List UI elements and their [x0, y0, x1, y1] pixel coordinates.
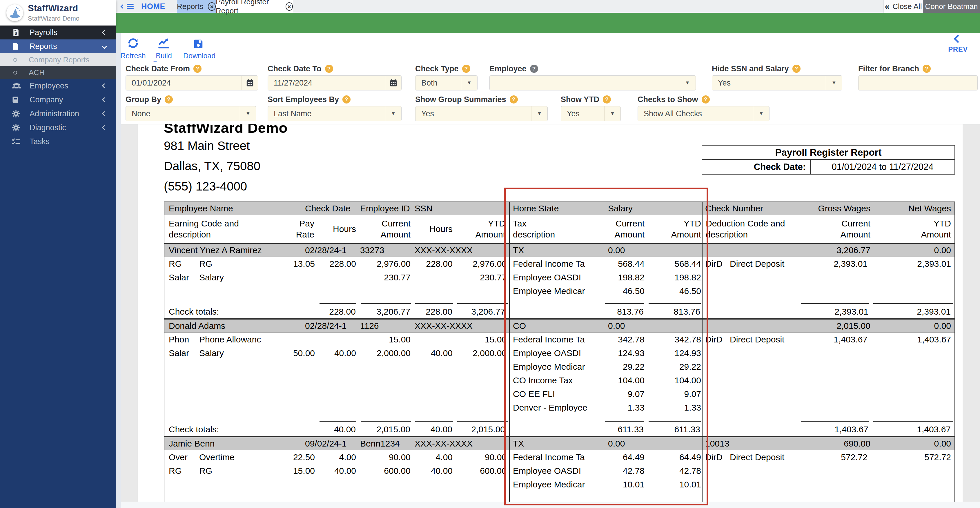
close-icon[interactable]: × — [286, 2, 293, 11]
sidebar-item-reports[interactable]: Reports — [0, 40, 116, 53]
chevron-left-icon — [102, 97, 107, 102]
table-cell: 02/28/24-1 — [305, 321, 360, 331]
sidebar-item-tasks[interactable]: Tasks — [0, 135, 116, 148]
help-icon[interactable]: ? — [510, 96, 518, 104]
close-icon[interactable]: × — [208, 2, 216, 11]
table-cell: 1126 — [360, 321, 415, 331]
help-icon[interactable]: ? — [193, 65, 202, 73]
help-icon[interactable]: ? — [165, 96, 173, 104]
dropdown-caret-icon: ▼ — [826, 76, 842, 90]
table-cell: Employee Medicar — [509, 286, 602, 296]
help-icon[interactable]: ? — [530, 65, 538, 73]
sidebar-item-label: Tasks — [30, 137, 49, 146]
table-cell: Deduction Code anddescription — [702, 218, 798, 240]
gear-icon — [11, 123, 23, 132]
filter-branch: Filter for Branch? — [858, 64, 978, 91]
employee-header-row: Vincent Ynez A Ramirez02/28/24-133273XXX… — [164, 244, 955, 257]
table-cell: 0.00 — [605, 439, 702, 449]
tab-payroll-register-report[interactable]: Payroll Register Report × — [216, 0, 293, 13]
svg-text:$: $ — [15, 31, 17, 36]
sidebar-item-diagnostic[interactable]: Diagnostic — [0, 121, 116, 135]
tax-row: Federal Income Ta568.44568.44 — [509, 257, 702, 271]
chevron-left-icon — [121, 4, 125, 9]
table-group: OverOvertime22.504.0090.004.0090.00RGRG1… — [164, 450, 509, 478]
help-icon[interactable]: ? — [702, 96, 710, 104]
user-menu-button[interactable]: Conor Boatman — [923, 0, 980, 13]
check-date-to-input[interactable]: 11/27/2024 — [267, 75, 402, 91]
tax-row: Employee Medicar46.5046.50 — [509, 284, 702, 298]
sidebar-item-administration[interactable]: Administration — [0, 107, 116, 121]
help-icon[interactable]: ? — [325, 65, 333, 73]
employee-detail-body: RGRG13.05228.002,976.00228.002,976.00Sal… — [164, 257, 955, 303]
table-cell: Taxdescription — [509, 218, 602, 240]
help-icon[interactable]: ? — [342, 96, 350, 104]
hide-ssn-select[interactable]: Yes▼ — [712, 75, 842, 91]
branch-input[interactable] — [858, 75, 978, 91]
sidebar-item-employees[interactable]: Employees — [0, 79, 116, 93]
employee-detail-body: PhonPhone Allowanc15.0015.00SalarSalary5… — [164, 333, 955, 421]
table-cell: Salar — [164, 348, 199, 358]
sort-employees-select[interactable]: Last Name▼ — [267, 106, 402, 121]
table-cell: 611.33 — [605, 421, 644, 434]
checks-to-show-select[interactable]: Show All Checks▼ — [638, 106, 770, 121]
table-group: DirDDirect Deposit572.72572.72 — [702, 450, 955, 464]
check-type-select[interactable]: Both▼ — [415, 75, 477, 91]
vertical-scrollbar[interactable] — [116, 33, 121, 508]
table-cell: Home State — [509, 204, 605, 213]
table-cell: 2,393.01 — [867, 259, 955, 269]
table-group-divider — [702, 202, 703, 502]
table-cell: 9.07 — [602, 389, 646, 399]
filter-group-summaries: Show Group Summaries? Yes▼ — [415, 95, 548, 121]
table-cell: CurrentAmount — [602, 218, 646, 240]
table-cell: 0.00 — [901, 439, 955, 449]
prev-page-button[interactable]: PREV — [944, 36, 972, 53]
table-cell: 15.00 — [454, 334, 509, 344]
calendar-icon[interactable] — [385, 76, 401, 90]
calendar-icon[interactable] — [242, 76, 258, 90]
employee-select[interactable]: ▼ — [489, 75, 696, 91]
filter-label: Check Date From — [126, 64, 190, 73]
table-cell: Direct Deposit — [730, 334, 798, 344]
table-group-divider — [509, 202, 510, 502]
table-cell: 0.00 — [605, 245, 702, 255]
check-totals-row: Check totals:228.003,206.77228.003,206.7… — [164, 303, 955, 318]
filter-label: Sort Employees By — [267, 95, 339, 104]
table-cell: Over — [164, 452, 199, 462]
sidebar-collapse-icon[interactable] — [121, 0, 134, 13]
sidebar-item-label: Payrolls — [30, 28, 57, 37]
sidebar-item-ach[interactable]: ACH — [0, 66, 116, 79]
tab-reports[interactable]: Reports × — [177, 0, 216, 13]
app-root: StaffWizard StaffWizard Demo $ Payrolls … — [0, 0, 980, 508]
sidebar-item-company[interactable]: Company — [0, 93, 116, 107]
help-icon[interactable]: ? — [923, 65, 931, 73]
table-cell: Check totals: — [164, 307, 257, 317]
table-cell: 230.77 — [358, 272, 412, 282]
refresh-button[interactable]: Refresh — [120, 36, 146, 60]
table-cell: 198.82 — [602, 272, 646, 282]
table-cell: 40.00 — [320, 421, 356, 434]
table-cell: 813.76 — [649, 303, 701, 317]
close-all-button[interactable]: « Close All — [883, 0, 923, 13]
group-by-select[interactable]: None▼ — [126, 106, 256, 121]
chart-line-icon — [147, 36, 181, 49]
filter-label: Check Type — [415, 64, 459, 73]
tab-home[interactable]: HOME — [141, 0, 165, 13]
download-button[interactable]: Download — [183, 36, 213, 60]
show-ytd-select[interactable]: Yes▼ — [561, 106, 621, 121]
table-cell: SSN — [415, 204, 509, 213]
file-icon — [11, 42, 23, 51]
table-cell: 2,015.00 — [457, 421, 508, 434]
table-cell: Employee Medicar — [509, 479, 602, 489]
table-cell: 40.00 — [412, 466, 454, 476]
table-cell: 2,393.01 — [873, 303, 953, 317]
table-cell: 2,000.00 — [454, 348, 509, 358]
table-group: Federal Income Ta342.78342.78Employee OA… — [509, 333, 702, 414]
sidebar-item-payrolls[interactable]: $ Payrolls — [0, 25, 116, 40]
table-cell: Salary — [605, 204, 702, 213]
help-icon[interactable]: ? — [603, 96, 611, 104]
help-icon[interactable]: ? — [792, 65, 800, 73]
check-date-from-input[interactable]: 01/01/2024 — [126, 75, 258, 91]
sidebar-item-company-reports[interactable]: Company Reports — [0, 53, 116, 66]
help-icon[interactable]: ? — [462, 65, 470, 73]
group-summaries-select[interactable]: Yes▼ — [415, 106, 548, 121]
